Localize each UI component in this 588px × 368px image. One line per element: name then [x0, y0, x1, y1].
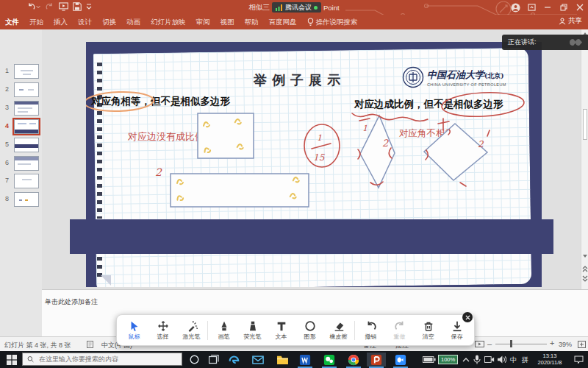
minimize-button[interactable]	[539, 0, 556, 15]
slide-thumbnail-7[interactable]	[14, 174, 39, 188]
vertical-scrollbar[interactable]	[581, 29, 588, 289]
slideshow-view-icon[interactable]	[475, 341, 484, 349]
thumb-decor	[15, 130, 38, 133]
taskbar-powerpoint-icon-active[interactable]	[367, 353, 386, 367]
taskbar-edge-icon[interactable]	[224, 353, 243, 367]
taskbar-file-explorer-icon[interactable]	[273, 353, 292, 367]
tool-text[interactable]: 文本	[267, 316, 295, 344]
tool-redo[interactable]: 重做	[385, 316, 414, 344]
ribbon-display-options-button[interactable]	[523, 0, 539, 15]
cortana-button[interactable]	[190, 355, 199, 364]
close-button[interactable]	[572, 0, 588, 15]
language-tray-indicator[interactable]: 中	[510, 355, 517, 365]
edge-browser-icon	[228, 354, 240, 366]
account-avatar[interactable]	[507, 0, 523, 15]
slide-thumbnail-4-selected[interactable]	[14, 119, 39, 134]
taskbar-wechat-icon[interactable]	[320, 353, 339, 367]
tab-insert[interactable]: 插入	[49, 18, 73, 27]
slide-thumbnail-6[interactable]	[14, 156, 39, 171]
slide-thumbnail-2[interactable]	[14, 82, 39, 97]
slide-number: 8	[5, 195, 9, 202]
tell-me-search[interactable]: 操作说明搜索	[302, 18, 363, 27]
ribbon-tab-bar: 文件 开始 插入 设计 切换 动画 幻灯片放映 审阅 视图 帮助 百度网盘 操作…	[0, 15, 588, 29]
right-heading-textbox[interactable]: 对应边成比例，但不是相似多边形	[354, 98, 503, 111]
undo-button[interactable]	[26, 2, 40, 11]
slide-thumbnail-1[interactable]	[14, 64, 39, 79]
tab-view[interactable]: 视图	[215, 18, 240, 27]
scroll-down-arrow[interactable]	[583, 255, 587, 258]
undo-icon	[365, 320, 377, 332]
customize-quick-access-button[interactable]	[86, 2, 92, 11]
tencent-meeting-badge[interactable]: 腾讯会议	[272, 2, 321, 13]
windows-start-button[interactable]	[7, 355, 17, 365]
taskbar-word-icon[interactable]	[295, 353, 315, 367]
battery-icon[interactable]	[423, 356, 436, 363]
cursor-icon	[129, 320, 140, 332]
tab-review[interactable]: 审阅	[191, 18, 215, 27]
tool-select[interactable]: 选择	[148, 316, 177, 344]
tab-animations[interactable]: 动画	[121, 18, 146, 27]
restore-button[interactable]	[556, 0, 572, 15]
save-button[interactable]	[73, 2, 82, 11]
zoom-in-button[interactable]: +	[550, 339, 554, 347]
scrollbar-thumb[interactable]	[583, 109, 587, 140]
lightbulb-icon	[307, 18, 314, 26]
camera-icon[interactable]	[484, 356, 495, 363]
taskbar-chrome-icon[interactable]	[344, 353, 363, 367]
tray-expand-chevron[interactable]	[462, 357, 470, 362]
tab-baidu-netdisk[interactable]: 百度网盘	[264, 18, 302, 27]
taskbar-tencent-meeting-icon[interactable]	[391, 353, 410, 367]
tab-help[interactable]: 帮助	[240, 18, 264, 27]
tool-shapes[interactable]: 图形	[295, 316, 324, 344]
tool-pen[interactable]: 画笔	[209, 316, 238, 344]
action-center-icon[interactable]	[574, 355, 584, 364]
annotation-toolbar-close-button[interactable]	[462, 312, 473, 322]
zoom-slider-thumb[interactable]	[510, 340, 512, 347]
tab-home[interactable]: 开始	[24, 18, 49, 27]
tab-slideshow[interactable]: 幻灯片放映	[146, 18, 191, 27]
taskbar-search-box[interactable]	[22, 353, 182, 366]
slide-thumbnail-3[interactable]	[14, 101, 39, 116]
fit-to-window-icon[interactable]	[578, 341, 586, 348]
slide-thumbnail-8[interactable]	[14, 192, 39, 207]
tab-transitions[interactable]: 切换	[97, 18, 121, 27]
redo-button[interactable]	[45, 2, 54, 11]
thumb-decor	[25, 199, 28, 201]
zoom-level[interactable]: 39%	[559, 341, 572, 348]
logo-en-text: CHINA UNIVERSITY OF PETROLEUM	[427, 82, 506, 87]
task-view-button[interactable]	[209, 355, 219, 364]
toolbar-separator	[207, 321, 208, 340]
spiral-binding	[97, 63, 102, 219]
accessibility-icon[interactable]	[87, 341, 95, 348]
tool-undo[interactable]: 撤销	[356, 316, 385, 344]
highlighter-icon	[247, 320, 259, 332]
speaker-icon[interactable]	[497, 355, 506, 364]
left-heading-textbox[interactable]: 对应角相等，但不是相似多边形	[91, 95, 230, 108]
slide-thumbnail-5[interactable]	[14, 138, 39, 152]
share-button[interactable]: 共享	[559, 16, 582, 26]
powerpoint-icon	[370, 354, 382, 366]
windows-taskbar: 100% 中 拼 13:13 2020/11/8	[0, 351, 588, 368]
taskbar-clock[interactable]: 13:13 2020/11/8	[531, 353, 569, 366]
tool-mouse[interactable]: 鼠标	[120, 316, 148, 344]
taskbar-mail-icon[interactable]	[248, 353, 268, 367]
previous-slide-button[interactable]	[582, 265, 588, 272]
tool-laser-pointer[interactable]: 激光笔	[177, 316, 206, 344]
tool-eraser[interactable]: 橡皮擦	[324, 316, 353, 344]
wechat-icon	[323, 354, 335, 366]
window-title-prefix: 相似三	[248, 3, 270, 13]
university-logo: 中国石油大学(北京) CHINA UNIVERSITY OF PETROLEUM	[402, 66, 506, 88]
tool-clear[interactable]: 清空	[414, 316, 442, 344]
zoom-out-button[interactable]: –	[487, 339, 492, 348]
slide-title[interactable]: 举 例 子 展 示	[254, 71, 341, 89]
zoom-slider-track[interactable]	[495, 344, 547, 344]
search-input[interactable]	[37, 355, 177, 364]
start-slideshow-button[interactable]	[59, 2, 68, 11]
logo-cn-suffix: (北京)	[484, 72, 504, 79]
next-slide-button[interactable]	[582, 275, 588, 283]
tab-file[interactable]: 文件	[0, 18, 24, 27]
ime-tray-indicator[interactable]: 拼	[522, 355, 528, 365]
microphone-icon[interactable]	[473, 355, 481, 364]
tab-design[interactable]: 设计	[73, 18, 97, 27]
tool-highlighter[interactable]: 荧光笔	[238, 316, 267, 344]
